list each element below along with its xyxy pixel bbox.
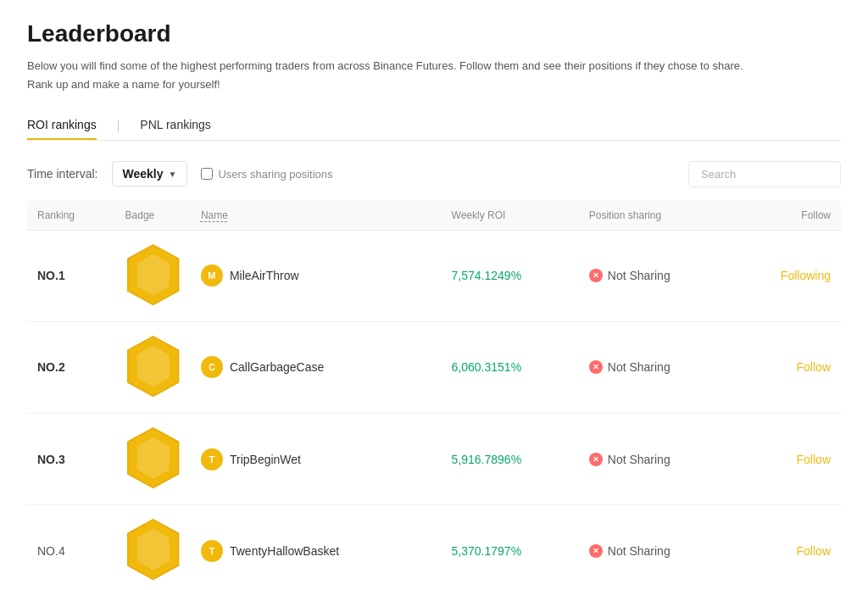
user-avatar: T xyxy=(201,540,223,562)
follow-cell: Following xyxy=(733,230,841,321)
col-follow: Follow xyxy=(733,201,841,231)
badge-cell xyxy=(115,505,191,590)
not-sharing-icon: ✕ xyxy=(589,360,603,374)
tab-divider: | xyxy=(117,119,120,132)
roi-cell: 5,916.7896% xyxy=(442,414,579,505)
sharing-filter-checkbox[interactable] xyxy=(201,168,213,180)
col-position-sharing: Position sharing xyxy=(579,201,734,231)
rank-value: NO.4 xyxy=(37,544,65,558)
rank-cell: NO.2 xyxy=(27,321,115,413)
table-row: NO.4 T TwentyHallowBasket 5,370.1797% ✕ … xyxy=(27,505,841,590)
table-row: NO.3 T TripBeginWet 5,916.7896% ✕ Not Sh… xyxy=(27,414,841,505)
position-sharing-text: Not Sharing xyxy=(608,360,670,374)
not-sharing-icon: ✕ xyxy=(589,269,603,282)
search-wrapper xyxy=(688,161,841,187)
roi-cell: 5,370.1797% xyxy=(442,505,579,590)
table-header-row: Ranking Badge Name Weekly ROI Position s… xyxy=(27,201,841,231)
sharing-filter-label[interactable]: Users sharing positions xyxy=(201,168,332,181)
roi-value: 7,574.1249% xyxy=(452,269,522,282)
rank-value: NO.1 xyxy=(37,269,65,282)
roi-cell: 6,060.3151% xyxy=(442,321,579,413)
badge-icon xyxy=(125,571,181,585)
table-row: NO.1 M MileAirThrow 7,574.1249% ✕ Not Sh… xyxy=(27,230,841,321)
badge-icon xyxy=(125,479,181,493)
roi-value: 5,370.1797% xyxy=(452,544,522,558)
position-sharing-text: Not Sharing xyxy=(608,269,670,282)
rank-value: NO.2 xyxy=(37,360,65,374)
tab-roi[interactable]: ROI rankings xyxy=(27,111,97,140)
trader-name: MileAirThrow xyxy=(230,269,299,282)
table-row: NO.2 C CallGarbageCase 6,060.3151% ✕ Not… xyxy=(27,321,841,413)
not-sharing-icon: ✕ xyxy=(589,544,603,558)
position-sharing-cell: ✕ Not Sharing xyxy=(579,230,734,321)
checkbox-text: Users sharing positions xyxy=(218,168,332,181)
subtitle1: Below you will find some of the highest … xyxy=(27,58,841,75)
col-ranking: Ranking xyxy=(27,201,115,231)
name-cell: T TripBeginWet xyxy=(191,414,442,505)
following-button[interactable]: Following xyxy=(743,269,831,282)
roi-value: 6,060.3151% xyxy=(452,360,522,374)
roi-cell: 7,574.1249% xyxy=(442,230,579,321)
rank-value: NO.3 xyxy=(37,453,65,466)
tabs-container: ROI rankings | PNL rankings xyxy=(27,111,841,141)
trader-name: CallGarbageCase xyxy=(230,360,324,374)
position-sharing-text: Not Sharing xyxy=(608,544,670,558)
table-body: NO.1 M MileAirThrow 7,574.1249% ✕ Not Sh… xyxy=(27,230,841,590)
badge-cell xyxy=(115,414,191,505)
follow-cell: Follow xyxy=(733,505,841,590)
follow-button[interactable]: Follow xyxy=(743,544,831,558)
subtitle2: Rank up and make a name for yourself! xyxy=(27,78,841,91)
position-sharing-cell: ✕ Not Sharing xyxy=(579,321,734,413)
col-name: Name xyxy=(191,201,442,231)
user-avatar: M xyxy=(201,264,223,287)
position-sharing-cell: ✕ Not Sharing xyxy=(579,505,734,590)
badge-icon xyxy=(125,296,181,309)
name-cell: M MileAirThrow xyxy=(191,230,442,321)
user-avatar: C xyxy=(201,356,223,378)
follow-cell: Follow xyxy=(733,414,841,505)
leaderboard-table: Ranking Badge Name Weekly ROI Position s… xyxy=(27,201,841,591)
tab-pnl[interactable]: PNL rankings xyxy=(140,111,211,140)
dropdown-value: Weekly xyxy=(123,167,164,181)
user-avatar: T xyxy=(201,448,223,470)
name-cell: T TwentyHallowBasket xyxy=(191,505,442,590)
time-interval-label: Time interval: xyxy=(27,167,98,181)
badge-cell xyxy=(115,230,191,321)
col-weekly-roi: Weekly ROI xyxy=(442,201,579,231)
rank-cell: NO.4 xyxy=(27,505,115,590)
search-input[interactable] xyxy=(688,161,841,187)
trader-name: TwentyHallowBasket xyxy=(230,544,339,558)
follow-button[interactable]: Follow xyxy=(743,360,831,374)
follow-cell: Follow xyxy=(733,321,841,413)
roi-value: 5,916.7896% xyxy=(452,453,522,466)
rank-cell: NO.1 xyxy=(27,230,115,321)
badge-cell xyxy=(115,321,191,413)
badge-icon xyxy=(125,387,181,401)
not-sharing-icon: ✕ xyxy=(589,453,603,466)
name-cell: C CallGarbageCase xyxy=(191,321,442,413)
rank-cell: NO.3 xyxy=(27,414,115,505)
trader-name: TripBeginWet xyxy=(230,453,301,466)
chevron-down-icon: ▼ xyxy=(169,170,177,179)
controls-bar: Time interval: Weekly ▼ Users sharing po… xyxy=(27,161,841,187)
page-title: Leaderboard xyxy=(27,20,841,47)
follow-button[interactable]: Follow xyxy=(743,453,831,466)
position-sharing-cell: ✕ Not Sharing xyxy=(579,414,734,505)
position-sharing-text: Not Sharing xyxy=(608,453,670,466)
col-badge: Badge xyxy=(115,201,191,231)
time-interval-dropdown[interactable]: Weekly ▼ xyxy=(112,161,188,186)
